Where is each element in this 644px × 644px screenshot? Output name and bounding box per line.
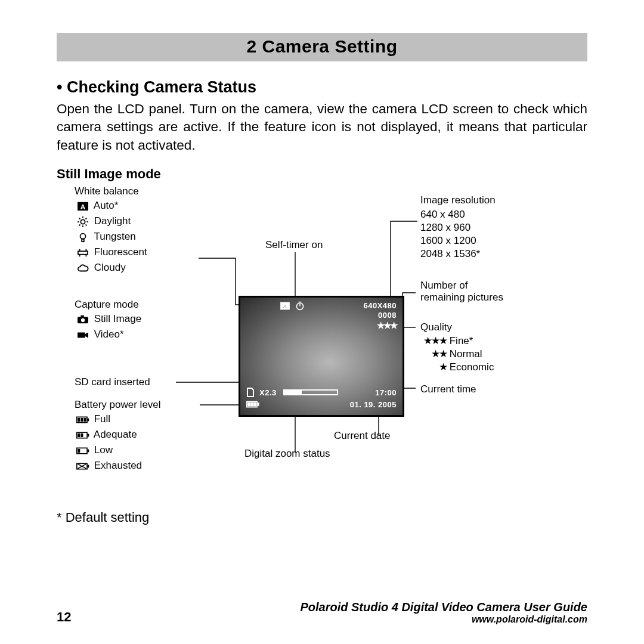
svg-line-8 xyxy=(86,225,87,226)
svg-rect-30 xyxy=(78,434,80,437)
stars-3-icon: ★★★ xyxy=(418,335,447,347)
svg-rect-48 xyxy=(254,402,256,406)
lcd-battery-icon xyxy=(246,400,259,410)
svg-rect-36 xyxy=(88,465,89,468)
svg-line-7 xyxy=(79,218,80,219)
svg-rect-13 xyxy=(78,251,88,254)
res-640: 640 x 480 xyxy=(420,209,465,221)
svg-point-19 xyxy=(81,318,85,322)
zoom-label: Digital zoom status xyxy=(244,448,330,460)
svg-point-2 xyxy=(80,220,85,224)
battery-full: Full xyxy=(94,413,110,425)
lcd-zoom-bar xyxy=(283,389,338,395)
svg-rect-46 xyxy=(247,402,250,406)
lcd-quality-stars: ★★★ xyxy=(377,320,397,331)
lcd-sd-icon xyxy=(246,387,255,400)
page-number: 12 xyxy=(57,609,71,625)
svg-marker-22 xyxy=(85,333,88,338)
battery-title: Battery power level xyxy=(75,399,161,411)
section-title: • Checking Camera Status xyxy=(57,78,587,97)
sd-label: SD card inserted xyxy=(75,376,150,388)
svg-rect-27 xyxy=(84,418,86,422)
wb-title: White balance xyxy=(75,185,139,197)
capture-still: Still Image xyxy=(94,313,141,324)
res-1600: 1600 x 1200 xyxy=(420,235,476,247)
quality-economic: Economic xyxy=(450,361,494,373)
date-label: Current date xyxy=(334,430,391,442)
wb-daylight: Daylight xyxy=(94,215,131,227)
capture-title: Capture mode xyxy=(75,299,139,311)
lcd-timer-icon xyxy=(295,301,305,312)
quality-normal: Normal xyxy=(450,348,482,360)
lcd-zoom: X2.3 xyxy=(259,388,277,397)
wb-cloudy: Cloudy xyxy=(94,262,126,273)
stars-2-icon: ★★ xyxy=(418,348,447,360)
footer-guide-title: Polaroid Studio 4 Digital Video Camera U… xyxy=(300,600,587,614)
lcd-time: 17:00 xyxy=(375,388,397,397)
footer-url: www.polaroid-digital.com xyxy=(300,614,587,625)
svg-text:A: A xyxy=(283,303,287,309)
lcd-screen: A 640X480 0008 ★★★ X2.3 17:00 01. 19. 20… xyxy=(239,296,404,417)
svg-point-11 xyxy=(80,234,86,239)
fluorescent-icon xyxy=(75,247,91,259)
sun-icon xyxy=(75,216,91,228)
battery-full-icon xyxy=(75,414,91,426)
selftimer-label: Self-timer on xyxy=(265,239,323,251)
lcd-resolution: 640X480 xyxy=(363,301,397,310)
wb-auto-icon: A xyxy=(75,200,91,212)
svg-rect-34 xyxy=(78,449,80,453)
svg-rect-33 xyxy=(88,450,89,453)
battery-low: Low xyxy=(94,444,113,456)
lcd-wb-icon: A xyxy=(280,301,290,312)
svg-rect-12 xyxy=(82,239,84,242)
res-2048: 2048 x 1536* xyxy=(420,248,480,260)
svg-rect-25 xyxy=(78,418,80,422)
svg-rect-20 xyxy=(80,315,83,317)
lcd-count: 0008 xyxy=(378,311,397,320)
battery-exhausted-icon xyxy=(75,460,91,472)
res-title: Image resolution xyxy=(420,194,496,206)
page-footer: 12 Polaroid Studio 4 Digital Video Camer… xyxy=(57,600,587,625)
svg-rect-26 xyxy=(80,418,83,422)
res-1280: 1280 x 960 xyxy=(420,222,470,234)
svg-rect-29 xyxy=(88,434,89,437)
capture-video: Video* xyxy=(94,329,124,340)
stars-1-icon: ★ xyxy=(418,361,447,373)
wb-auto: Auto* xyxy=(94,200,119,211)
quality-title: Quality xyxy=(420,321,452,333)
svg-rect-24 xyxy=(88,419,89,422)
section-body: Open the LCD panel. Turn on the camera, … xyxy=(57,100,587,154)
bulb-icon xyxy=(75,231,91,243)
svg-text:A: A xyxy=(80,203,86,210)
svg-line-9 xyxy=(79,225,80,226)
battery-exhausted: Exhausted xyxy=(94,460,142,471)
svg-line-10 xyxy=(86,218,87,219)
quality-fine: Fine* xyxy=(450,335,473,346)
battery-adequate: Adequate xyxy=(94,429,137,440)
wb-tungsten: Tungsten xyxy=(94,231,135,242)
wb-fluorescent: Fluorescent xyxy=(94,246,147,258)
svg-rect-21 xyxy=(78,333,85,338)
svg-rect-31 xyxy=(80,434,83,437)
video-icon xyxy=(75,329,91,341)
svg-rect-47 xyxy=(250,402,253,406)
time-label: Current time xyxy=(420,383,476,395)
svg-rect-45 xyxy=(258,403,259,406)
mode-subheading: Still Image mode xyxy=(57,166,587,182)
lcd-date: 01. 19. 2005 xyxy=(350,400,397,409)
battery-low-icon xyxy=(75,445,91,457)
battery-adequate-icon xyxy=(75,429,91,441)
cloud-icon xyxy=(75,262,91,274)
remain-title: Number of remaining pictures xyxy=(420,280,503,304)
status-diagram: White balance A Auto* Daylight Tungsten … xyxy=(57,185,587,507)
chapter-heading: 2 Camera Setting xyxy=(57,33,587,61)
default-note: * Default setting xyxy=(57,510,587,525)
camera-icon xyxy=(75,314,91,326)
